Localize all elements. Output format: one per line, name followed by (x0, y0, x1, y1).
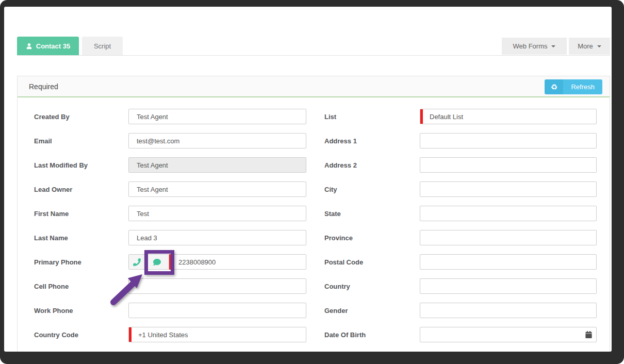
phone-icon (133, 258, 141, 266)
form-row-first-name: First Name (34, 206, 306, 221)
sms-chat-button[interactable] (145, 254, 169, 270)
chevron-down-icon (551, 45, 555, 47)
form-row-cell-phone: Cell Phone (34, 278, 306, 294)
page-content: Contact 35 Script Web Forms More Require… (4, 7, 612, 352)
more-button[interactable]: More (569, 38, 610, 55)
field-label: Country (324, 283, 420, 290)
gender-input[interactable] (420, 303, 597, 318)
required-marker (169, 254, 172, 270)
address-2-input[interactable] (420, 157, 597, 173)
field-label: Date Of Birth (324, 331, 420, 339)
field-control (420, 133, 597, 148)
tab-contact-label: Contact 35 (36, 42, 70, 50)
field-label: Lead Owner (34, 186, 128, 193)
field-label: Work Phone (34, 307, 128, 315)
field-control (128, 254, 306, 270)
form-row-postal-code: Postal Code (324, 254, 597, 270)
country-input[interactable] (420, 278, 597, 294)
form-row-created-by: Created By (34, 109, 306, 124)
field-control (128, 157, 306, 173)
field-label: Primary Phone (34, 258, 128, 266)
field-control (420, 303, 597, 318)
state-input[interactable] (420, 206, 597, 221)
field-control (420, 109, 597, 124)
last-name-input[interactable] (128, 230, 306, 245)
tabs-divider (17, 55, 610, 56)
field-control (420, 181, 597, 197)
field-label: Country Code (34, 331, 128, 339)
postal-code-input[interactable] (420, 254, 597, 270)
field-label: Province (324, 234, 420, 242)
form-row-date-of-birth: Date Of Birth (324, 327, 597, 342)
date-of-birth-input[interactable] (420, 327, 597, 342)
lead-owner-input[interactable] (128, 181, 306, 197)
field-control (128, 181, 306, 197)
last-modified-by-input[interactable] (128, 157, 306, 173)
field-control (128, 278, 306, 294)
form-row-address-1: Address 1 (324, 133, 597, 148)
form-column-left: Created ByEmailLast Modified ByLead Owne… (34, 109, 306, 351)
required-marker (420, 109, 423, 124)
field-control (420, 327, 597, 342)
field-label: Cell Phone (34, 283, 128, 290)
email-input[interactable] (128, 133, 306, 148)
field-label: State (324, 210, 420, 218)
field-control (128, 230, 306, 245)
phone-field-wrap (169, 254, 306, 270)
field-label: Email (34, 137, 128, 145)
field-label: Address 1 (324, 137, 420, 145)
calendar-icon (585, 331, 592, 338)
field-label: Last Name (34, 234, 128, 242)
work-phone-input[interactable] (128, 303, 306, 318)
field-control (128, 133, 306, 148)
created-by-input[interactable] (128, 109, 306, 124)
cell-phone-input[interactable] (128, 278, 306, 294)
form-row-email: Email (34, 133, 306, 148)
section-title: Required (18, 76, 610, 97)
form-row-last-name: Last Name (34, 230, 306, 245)
field-label: Address 2 (324, 161, 420, 169)
first-name-input[interactable] (128, 206, 306, 221)
tab-contact[interactable]: Contact 35 (17, 37, 79, 56)
tab-script[interactable]: Script (82, 37, 123, 56)
field-label: Last Modified By (34, 161, 128, 169)
form-row-list: List (324, 109, 597, 124)
required-section: Required ♻ Refresh Created ByEmailLast M… (17, 76, 610, 352)
call-button[interactable] (128, 254, 145, 270)
field-label: First Name (34, 210, 128, 218)
form-row-lead-owner: Lead Owner (34, 181, 306, 197)
province-input[interactable] (420, 230, 597, 245)
tab-script-label: Script (94, 42, 111, 50)
list-input[interactable] (420, 109, 597, 124)
refresh-button[interactable]: ♻ Refresh (545, 79, 602, 94)
form-row-country-code: Country Code (34, 327, 306, 342)
field-label: List (324, 113, 420, 121)
field-label: City (324, 186, 420, 193)
city-input[interactable] (420, 181, 597, 197)
field-label: Postal Code (324, 258, 420, 266)
chevron-down-icon (597, 45, 601, 47)
phone-input-group (128, 254, 306, 270)
web-forms-button[interactable]: Web Forms (502, 38, 567, 55)
country-code-input[interactable] (128, 327, 306, 342)
address-1-input[interactable] (420, 133, 597, 148)
primary-phone-input[interactable] (169, 254, 306, 270)
form-row-address-2: Address 2 (324, 157, 597, 173)
chat-bubble-icon (153, 258, 161, 266)
field-control (420, 254, 597, 270)
required-marker (129, 327, 132, 342)
field-control (128, 109, 306, 124)
field-control (420, 206, 597, 221)
form-row-state: State (324, 206, 597, 221)
more-label: More (578, 42, 593, 50)
form-row-primary-phone: Primary Phone (34, 254, 306, 270)
field-control (420, 230, 597, 245)
form-body: Created ByEmailLast Modified ByLead Owne… (18, 97, 610, 351)
field-control (128, 327, 306, 342)
form-row-work-phone: Work Phone (34, 303, 306, 318)
field-control (128, 303, 306, 318)
form-row-city: City (324, 181, 597, 197)
form-row-province: Province (324, 230, 597, 245)
field-label: Created By (34, 113, 128, 121)
form-row-gender: Gender (324, 303, 597, 318)
